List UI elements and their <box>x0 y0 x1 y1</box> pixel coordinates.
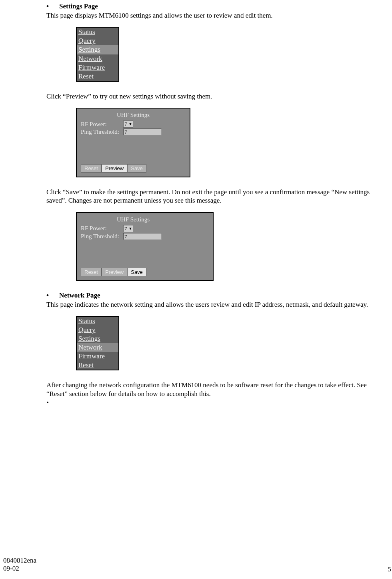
preview-text: Click “Preview” to try out new settings … <box>46 92 384 101</box>
settings-heading: •Settings Page <box>46 2 384 10</box>
rf-power-select[interactable]: 7▼ <box>123 121 133 128</box>
dropdown-arrow-icon-2: ▼ <box>129 227 132 231</box>
menu-item-reset[interactable]: Reset <box>77 72 118 81</box>
menu-item-settings[interactable]: Settings <box>77 45 118 54</box>
menu-item-status-2[interactable]: Status <box>77 317 118 326</box>
uhf-settings-figure-preview: UHF Settings RF Power: 7▼ Ping Threshold… <box>76 108 190 177</box>
bullet-icon-2: • <box>46 292 59 300</box>
menu-item-settings-2[interactable]: Settings <box>77 334 118 343</box>
reset-button[interactable]: Reset <box>81 164 102 173</box>
lone-bullet: • <box>46 399 384 407</box>
reset-note: After changing the network configuration… <box>46 381 384 398</box>
settings-intro: This page displays MTM6100 settings and … <box>46 11 384 20</box>
menu-item-network[interactable]: Network <box>77 54 118 63</box>
preview-button[interactable]: Preview <box>102 164 127 173</box>
settings-heading-text: Settings Page <box>59 2 98 10</box>
ping-threshold-input[interactable]: 7 <box>123 129 162 135</box>
menu-item-status[interactable]: Status <box>77 28 118 36</box>
menu-item-network-2[interactable]: Network <box>77 343 118 352</box>
ping-threshold-input-2[interactable]: 7 <box>123 233 162 240</box>
uhf-settings-figure-save: UHF Settings RF Power: 7▼ Ping Threshold… <box>76 212 214 281</box>
bullet-icon: • <box>46 2 59 10</box>
uhf-title-2: UHF Settings <box>77 213 213 225</box>
menu-item-firmware[interactable]: Firmware <box>77 63 118 72</box>
menu-settings-figure: Status Query Settings Network Firmware R… <box>76 27 119 82</box>
network-heading-text: Network Page <box>59 292 100 299</box>
menu-item-firmware-2[interactable]: Firmware <box>77 352 118 361</box>
rf-power-label: RF Power: <box>81 121 123 128</box>
network-intro: This page indicates the network setting … <box>46 300 384 309</box>
ping-threshold-label-2: Ping Threshold: <box>81 233 123 240</box>
menu-item-query[interactable]: Query <box>77 36 118 45</box>
menu-network-figure: Status Query Settings Network Firmware R… <box>76 316 119 371</box>
uhf-title: UHF Settings <box>77 109 190 120</box>
reset-button-2[interactable]: Reset <box>81 268 102 276</box>
network-heading: •Network Page <box>46 292 384 300</box>
ping-threshold-label: Ping Threshold: <box>81 129 123 135</box>
menu-item-reset-2[interactable]: Reset <box>77 361 118 370</box>
menu-item-query-2[interactable]: Query <box>77 326 118 334</box>
save-text: Click “Save” to make the settings perman… <box>46 188 384 205</box>
save-button-2[interactable]: Save <box>127 268 146 276</box>
dropdown-arrow-icon: ▼ <box>129 122 132 126</box>
save-button[interactable]: Save <box>127 164 146 173</box>
rf-power-select-2[interactable]: 7▼ <box>123 225 133 232</box>
rf-power-label-2: RF Power: <box>81 225 123 232</box>
preview-button-2[interactable]: Preview <box>102 268 127 276</box>
